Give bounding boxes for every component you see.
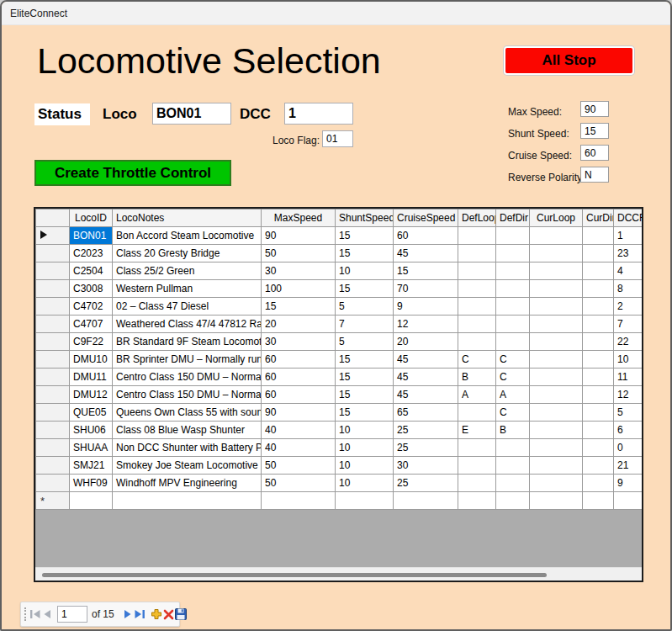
- grid-cell[interactable]: Class 20 Gresty Bridge: [113, 245, 262, 262]
- grid-cell[interactable]: [394, 492, 458, 510]
- grid-cell[interactable]: 90: [262, 227, 336, 245]
- row-header[interactable]: [36, 404, 70, 422]
- grid-cell[interactable]: [496, 298, 530, 316]
- grid-cell[interactable]: 15: [336, 351, 394, 369]
- grid-cell[interactable]: [583, 351, 614, 369]
- row-header[interactable]: [36, 457, 70, 475]
- grid-cell[interactable]: Class 25/2 Green: [113, 262, 262, 280]
- grid-cell[interactable]: [496, 492, 530, 510]
- grid-cell[interactable]: A: [458, 386, 496, 404]
- grid-cell[interactable]: 45: [394, 351, 458, 369]
- grid-cell[interactable]: 15: [336, 386, 394, 404]
- grid-cell[interactable]: 25: [394, 439, 458, 457]
- column-header-CurDir[interactable]: CurDir: [583, 209, 614, 227]
- grid-cell[interactable]: C: [458, 351, 496, 369]
- create-throttle-button[interactable]: Create Throttle Control: [34, 160, 231, 186]
- grid-cell[interactable]: [583, 227, 614, 245]
- reverse-polarity-input[interactable]: [580, 167, 609, 183]
- row-header[interactable]: [36, 298, 70, 316]
- add-new-button[interactable]: [151, 605, 162, 623]
- grid-cell[interactable]: 45: [394, 245, 458, 262]
- grid-cell[interactable]: 70: [394, 280, 458, 298]
- dcc-input[interactable]: [284, 103, 353, 125]
- grid-cell[interactable]: Centro Class 150 DMU – Normally runn...: [113, 369, 262, 386]
- grid-cell[interactable]: [70, 492, 113, 510]
- grid-cell[interactable]: 4: [614, 262, 644, 280]
- grid-cell[interactable]: [530, 457, 583, 475]
- grid-cell[interactable]: [583, 439, 614, 457]
- grid-cell[interactable]: 20: [262, 316, 336, 333]
- grid-cell[interactable]: [458, 316, 496, 333]
- grid-cell[interactable]: BR Sprinter DMU – Normally running cl...: [113, 351, 262, 369]
- grid-cell[interactable]: [458, 404, 496, 422]
- grid-cell[interactable]: [583, 316, 614, 333]
- grid-cell[interactable]: [496, 457, 530, 475]
- grid-cell[interactable]: A: [496, 386, 530, 404]
- grid-cell[interactable]: [583, 298, 614, 316]
- grid-cell[interactable]: [530, 280, 583, 298]
- all-stop-button[interactable]: All Stop: [504, 46, 634, 75]
- grid-cell[interactable]: 10: [336, 439, 394, 457]
- grid-cell[interactable]: 10: [336, 262, 394, 280]
- grid-cell[interactable]: WHF09: [70, 475, 113, 492]
- row-header[interactable]: [36, 369, 70, 386]
- row-header[interactable]: [36, 280, 70, 298]
- grid-cell[interactable]: C2023: [70, 245, 113, 262]
- loco-input[interactable]: [152, 103, 231, 125]
- grid-cell[interactable]: 5: [336, 333, 394, 351]
- row-header[interactable]: [36, 386, 70, 404]
- grid-cell[interactable]: B: [458, 369, 496, 386]
- title-bar[interactable]: EliteConnect: [2, 2, 670, 25]
- row-header[interactable]: [36, 475, 70, 492]
- grid-cell[interactable]: BR Standard 9F Steam Locomotive: [113, 333, 262, 351]
- grid-cell[interactable]: [458, 333, 496, 351]
- grid-cell[interactable]: [530, 351, 583, 369]
- cruise-speed-input[interactable]: [580, 145, 609, 161]
- move-first-button[interactable]: [29, 605, 41, 623]
- grid-cell[interactable]: [530, 492, 583, 510]
- max-speed-input[interactable]: [580, 101, 609, 117]
- shunt-speed-input[interactable]: [580, 123, 609, 139]
- grid-cell[interactable]: 60: [262, 386, 336, 404]
- column-header-ShuntSpeed[interactable]: ShuntSpeed: [336, 209, 394, 227]
- row-header[interactable]: [36, 245, 70, 262]
- column-header-LocoNotes[interactable]: LocoNotes: [113, 209, 262, 227]
- grid-cell[interactable]: C2504: [70, 262, 113, 280]
- grid-cell[interactable]: C: [496, 351, 530, 369]
- grid-cell[interactable]: 40: [262, 422, 336, 439]
- row-header[interactable]: [36, 422, 70, 439]
- grid-cell[interactable]: 90: [262, 404, 336, 422]
- grid-cell[interactable]: E: [458, 422, 496, 439]
- delete-button[interactable]: [163, 605, 174, 623]
- grid-cell[interactable]: [458, 262, 496, 280]
- grid-cell[interactable]: [458, 439, 496, 457]
- grid-cell[interactable]: C9F22: [70, 333, 113, 351]
- grid-cell[interactable]: DMU10: [70, 351, 113, 369]
- grid-cell[interactable]: 15: [336, 369, 394, 386]
- grid-cell[interactable]: 9: [614, 475, 644, 492]
- row-header[interactable]: *: [36, 492, 70, 510]
- grid-cell[interactable]: [496, 245, 530, 262]
- grid-cell[interactable]: 5: [336, 298, 394, 316]
- grid-cell[interactable]: Bon Accord Steam Locomotive: [113, 227, 262, 245]
- scrollbar-thumb[interactable]: [42, 573, 547, 577]
- grid-cell[interactable]: 60: [262, 351, 336, 369]
- grid-cell[interactable]: [583, 492, 614, 510]
- column-header-MaxSpeed[interactable]: MaxSpeed: [262, 209, 336, 227]
- grid-cell[interactable]: C4707: [70, 316, 113, 333]
- grid-cell[interactable]: Class 08 Blue Wasp Shunter: [113, 422, 262, 439]
- grid-corner[interactable]: [36, 209, 70, 227]
- grid-cell[interactable]: Western Pullman: [113, 280, 262, 298]
- grid-cell[interactable]: 7: [336, 316, 394, 333]
- grid-cell[interactable]: [583, 422, 614, 439]
- grid-cell[interactable]: 12: [614, 386, 644, 404]
- grid-cell[interactable]: [583, 457, 614, 475]
- grid-cell[interactable]: 12: [394, 316, 458, 333]
- grid-cell[interactable]: 40: [262, 439, 336, 457]
- grid-cell[interactable]: [583, 386, 614, 404]
- grid-cell[interactable]: [496, 439, 530, 457]
- grid-cell[interactable]: 23: [614, 245, 644, 262]
- column-header-DCCR[interactable]: DCCR: [614, 209, 644, 227]
- grid-cell[interactable]: QUE05: [70, 404, 113, 422]
- grid-cell[interactable]: 15: [336, 245, 394, 262]
